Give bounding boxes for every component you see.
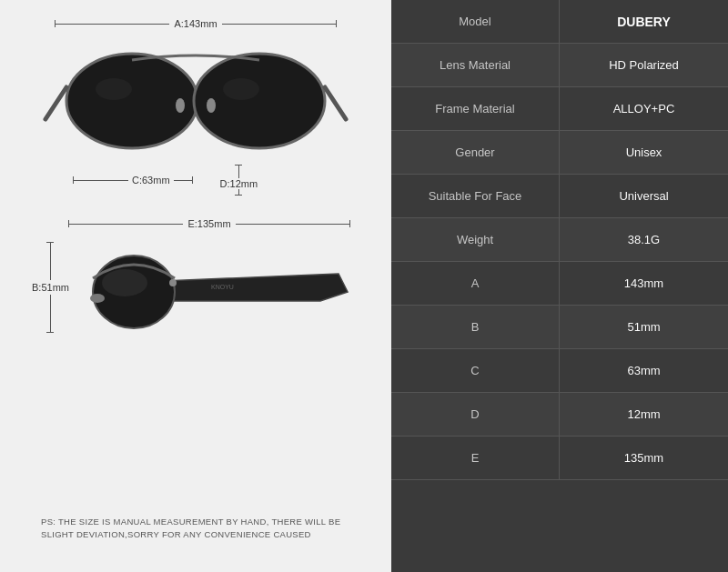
spec-row: D12mm bbox=[391, 393, 728, 437]
glasses-front-view bbox=[41, 33, 350, 174]
dim-c-label: C:63mm bbox=[128, 175, 174, 186]
svg-point-13 bbox=[102, 269, 147, 296]
spec-row: Suitable For FaceUniversal bbox=[391, 175, 728, 218]
top-diagram: A:143mm bbox=[27, 18, 364, 196]
spec-table: ModelDUBERYLens MaterialHD PolarizedFram… bbox=[391, 0, 728, 572]
spec-key: C bbox=[391, 349, 560, 392]
svg-line-4 bbox=[325, 87, 346, 119]
side-diagram: E:135mm B:51mm bbox=[27, 218, 364, 342]
spec-key: Model bbox=[391, 0, 560, 43]
spec-row: B51mm bbox=[391, 306, 728, 349]
glasses-side-view: KNOYU bbox=[76, 233, 364, 342]
spec-value: HD Polarized bbox=[560, 44, 728, 86]
spec-key: Suitable For Face bbox=[391, 175, 560, 217]
dim-a-label: A:143mm bbox=[169, 18, 221, 29]
spec-key: Lens Material bbox=[391, 44, 560, 86]
dim-d-label: D:12mm bbox=[220, 178, 258, 189]
spec-key: A bbox=[391, 262, 560, 305]
spec-value: ALLOY+PC bbox=[560, 87, 728, 130]
svg-text:KNOYU: KNOYU bbox=[211, 284, 234, 290]
svg-point-5 bbox=[176, 98, 185, 113]
spec-key: Weight bbox=[391, 218, 560, 261]
spec-value: 12mm bbox=[560, 393, 728, 436]
spec-value: Unisex bbox=[560, 131, 728, 174]
dim-b-label: B:51mm bbox=[32, 282, 69, 293]
left-panel: A:143mm bbox=[0, 0, 391, 572]
right-panel: ModelDUBERYLens MaterialHD PolarizedFram… bbox=[391, 0, 728, 572]
svg-point-10 bbox=[90, 294, 105, 303]
spec-value: 143mm bbox=[560, 262, 728, 305]
spec-row: A143mm bbox=[391, 262, 728, 306]
spec-row: E135mm bbox=[391, 437, 728, 480]
spec-key: B bbox=[391, 306, 560, 348]
spec-key: Frame Material bbox=[391, 87, 560, 130]
spec-value: 38.1G bbox=[560, 218, 728, 261]
spec-value: Universal bbox=[560, 175, 728, 217]
spec-value: DUBERY bbox=[560, 0, 728, 43]
spec-key: E bbox=[391, 437, 560, 479]
spec-row: GenderUnisex bbox=[391, 131, 728, 175]
ps-note: PS: THE SIZE IS MANUAL MEASUREMENT BY HA… bbox=[27, 507, 364, 554]
spec-row: Weight38.1G bbox=[391, 218, 728, 262]
spec-value: 51mm bbox=[560, 306, 728, 348]
svg-line-3 bbox=[46, 87, 66, 119]
spec-value: 63mm bbox=[560, 349, 728, 392]
spec-row: ModelDUBERY bbox=[391, 0, 728, 44]
spec-key: D bbox=[391, 393, 560, 436]
spec-row: Lens MaterialHD Polarized bbox=[391, 44, 728, 87]
spec-key: Gender bbox=[391, 131, 560, 174]
spec-row: Frame MaterialALLOY+PC bbox=[391, 87, 728, 131]
svg-point-7 bbox=[96, 78, 132, 100]
spec-row: C63mm bbox=[391, 349, 728, 393]
svg-point-6 bbox=[207, 98, 216, 113]
spec-value: 135mm bbox=[560, 437, 728, 479]
svg-point-8 bbox=[223, 78, 259, 100]
svg-point-11 bbox=[169, 279, 177, 286]
dim-e-label: E:135mm bbox=[183, 218, 235, 229]
